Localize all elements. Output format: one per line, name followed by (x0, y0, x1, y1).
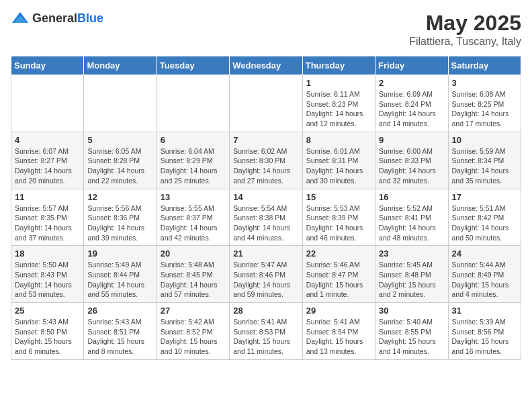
day-info: Sunrise: 5:46 AMSunset: 8:47 PMDaylight:… (306, 260, 371, 300)
day-info: Sunrise: 5:39 AMSunset: 8:56 PMDaylight:… (452, 317, 517, 357)
day-header-tuesday: Tuesday (157, 56, 229, 75)
day-info: Sunrise: 6:01 AMSunset: 8:31 PMDaylight:… (306, 146, 371, 186)
logo-general: General (32, 11, 77, 25)
day-number: 6 (161, 135, 226, 145)
day-number: 26 (87, 306, 152, 316)
day-number: 18 (15, 248, 80, 259)
calendar-cell: 30Sunrise: 5:40 AMSunset: 8:55 PMDayligh… (375, 303, 448, 360)
day-number: 8 (306, 135, 371, 145)
day-number: 9 (379, 135, 444, 145)
day-info: Sunrise: 5:43 AMSunset: 8:51 PMDaylight:… (87, 317, 152, 357)
page-header: GeneralBlue May 2025 Filattiera, Tuscany… (11, 11, 521, 48)
calendar-cell: 11Sunrise: 5:57 AMSunset: 8:35 PMDayligh… (11, 189, 84, 246)
day-info: Sunrise: 5:45 AMSunset: 8:48 PMDaylight:… (379, 260, 444, 300)
day-info: Sunrise: 5:49 AMSunset: 8:44 PMDaylight:… (87, 260, 152, 300)
calendar-cell: 26Sunrise: 5:43 AMSunset: 8:51 PMDayligh… (84, 303, 157, 360)
day-number: 31 (452, 306, 517, 316)
day-info: Sunrise: 5:53 AMSunset: 8:39 PMDaylight:… (306, 203, 371, 243)
subtitle: Filattiera, Tuscany, Italy (409, 36, 521, 48)
calendar-week-1: 1Sunrise: 6:11 AMSunset: 8:23 PMDaylight… (11, 75, 521, 132)
day-number: 12 (87, 192, 152, 202)
calendar-cell: 20Sunrise: 5:48 AMSunset: 8:45 PMDayligh… (157, 246, 229, 303)
calendar-cell: 3Sunrise: 6:08 AMSunset: 8:25 PMDaylight… (448, 75, 521, 132)
day-info: Sunrise: 5:41 AMSunset: 8:54 PMDaylight:… (306, 317, 371, 357)
calendar-cell: 4Sunrise: 6:07 AMSunset: 8:27 PMDaylight… (11, 132, 84, 189)
day-info: Sunrise: 5:52 AMSunset: 8:41 PMDaylight:… (379, 203, 444, 243)
calendar-cell: 19Sunrise: 5:49 AMSunset: 8:44 PMDayligh… (84, 246, 157, 303)
logo-blue: Blue (77, 11, 103, 25)
day-info: Sunrise: 5:50 AMSunset: 8:43 PMDaylight:… (15, 260, 80, 300)
calendar-week-2: 4Sunrise: 6:07 AMSunset: 8:27 PMDaylight… (11, 132, 521, 189)
calendar-cell: 17Sunrise: 5:51 AMSunset: 8:42 PMDayligh… (448, 189, 521, 246)
day-header-sunday: Sunday (11, 56, 84, 75)
day-header-friday: Friday (375, 56, 448, 75)
day-number: 2 (379, 78, 444, 88)
day-info: Sunrise: 5:57 AMSunset: 8:35 PMDaylight:… (15, 203, 80, 243)
day-info: Sunrise: 6:05 AMSunset: 8:28 PMDaylight:… (87, 146, 152, 186)
day-number: 7 (233, 135, 298, 145)
calendar-cell: 8Sunrise: 6:01 AMSunset: 8:31 PMDaylight… (302, 132, 375, 189)
day-info: Sunrise: 5:51 AMSunset: 8:42 PMDaylight:… (452, 203, 517, 243)
calendar-cell: 2Sunrise: 6:09 AMSunset: 8:24 PMDaylight… (375, 75, 448, 132)
day-info: Sunrise: 5:43 AMSunset: 8:50 PMDaylight:… (15, 317, 80, 357)
calendar-cell: 18Sunrise: 5:50 AMSunset: 8:43 PMDayligh… (11, 246, 84, 303)
calendar-cell: 22Sunrise: 5:46 AMSunset: 8:47 PMDayligh… (302, 246, 375, 303)
day-info: Sunrise: 6:08 AMSunset: 8:25 PMDaylight:… (452, 89, 517, 129)
calendar-cell: 16Sunrise: 5:52 AMSunset: 8:41 PMDayligh… (375, 189, 448, 246)
calendar-cell (230, 75, 302, 132)
day-number: 11 (15, 192, 80, 202)
day-info: Sunrise: 5:59 AMSunset: 8:34 PMDaylight:… (452, 146, 517, 186)
day-info: Sunrise: 6:04 AMSunset: 8:29 PMDaylight:… (161, 146, 226, 186)
day-number: 28 (233, 306, 298, 316)
day-info: Sunrise: 5:54 AMSunset: 8:38 PMDaylight:… (233, 203, 298, 243)
day-number: 14 (233, 192, 298, 202)
calendar-cell: 15Sunrise: 5:53 AMSunset: 8:39 PMDayligh… (302, 189, 375, 246)
day-header-saturday: Saturday (448, 56, 521, 75)
calendar-cell: 29Sunrise: 5:41 AMSunset: 8:54 PMDayligh… (302, 303, 375, 360)
day-info: Sunrise: 6:07 AMSunset: 8:27 PMDaylight:… (15, 146, 80, 186)
logo-icon (11, 11, 30, 26)
day-number: 17 (452, 192, 517, 202)
title-block: May 2025 Filattiera, Tuscany, Italy (409, 11, 521, 48)
day-info: Sunrise: 6:09 AMSunset: 8:24 PMDaylight:… (379, 89, 444, 129)
day-number: 23 (379, 248, 444, 259)
day-info: Sunrise: 6:00 AMSunset: 8:33 PMDaylight:… (379, 146, 444, 186)
day-number: 19 (87, 248, 152, 259)
calendar-cell: 24Sunrise: 5:44 AMSunset: 8:49 PMDayligh… (448, 246, 521, 303)
calendar-cell: 10Sunrise: 5:59 AMSunset: 8:34 PMDayligh… (448, 132, 521, 189)
day-info: Sunrise: 5:56 AMSunset: 8:36 PMDaylight:… (87, 203, 152, 243)
calendar-cell: 6Sunrise: 6:04 AMSunset: 8:29 PMDaylight… (157, 132, 229, 189)
day-number: 13 (161, 192, 226, 202)
day-info: Sunrise: 5:42 AMSunset: 8:52 PMDaylight:… (161, 317, 226, 357)
calendar-cell (157, 75, 229, 132)
day-info: Sunrise: 5:48 AMSunset: 8:45 PMDaylight:… (161, 260, 226, 300)
day-number: 21 (233, 248, 298, 259)
calendar-cell: 12Sunrise: 5:56 AMSunset: 8:36 PMDayligh… (84, 189, 157, 246)
day-number: 3 (452, 78, 517, 88)
calendar-cell: 27Sunrise: 5:42 AMSunset: 8:52 PMDayligh… (157, 303, 229, 360)
calendar-cell (11, 75, 84, 132)
day-info: Sunrise: 5:47 AMSunset: 8:46 PMDaylight:… (233, 260, 298, 300)
logo: GeneralBlue (11, 11, 103, 26)
calendar-week-5: 25Sunrise: 5:43 AMSunset: 8:50 PMDayligh… (11, 303, 521, 360)
day-number: 10 (452, 135, 517, 145)
calendar-cell: 31Sunrise: 5:39 AMSunset: 8:56 PMDayligh… (448, 303, 521, 360)
day-number: 4 (15, 135, 80, 145)
day-number: 20 (161, 248, 226, 259)
calendar-cell: 9Sunrise: 6:00 AMSunset: 8:33 PMDaylight… (375, 132, 448, 189)
calendar-cell: 1Sunrise: 6:11 AMSunset: 8:23 PMDaylight… (302, 75, 375, 132)
day-number: 29 (306, 306, 371, 316)
day-number: 30 (379, 306, 444, 316)
calendar-week-3: 11Sunrise: 5:57 AMSunset: 8:35 PMDayligh… (11, 189, 521, 246)
calendar-cell (84, 75, 157, 132)
day-number: 16 (379, 192, 444, 202)
day-number: 27 (161, 306, 226, 316)
day-number: 25 (15, 306, 80, 316)
calendar-cell: 5Sunrise: 6:05 AMSunset: 8:28 PMDaylight… (84, 132, 157, 189)
day-number: 22 (306, 248, 371, 259)
day-info: Sunrise: 6:02 AMSunset: 8:30 PMDaylight:… (233, 146, 298, 186)
calendar-header-row: SundayMondayTuesdayWednesdayThursdayFrid… (11, 56, 521, 75)
calendar-cell: 28Sunrise: 5:41 AMSunset: 8:53 PMDayligh… (230, 303, 302, 360)
day-header-thursday: Thursday (302, 56, 375, 75)
day-info: Sunrise: 5:44 AMSunset: 8:49 PMDaylight:… (452, 260, 517, 300)
